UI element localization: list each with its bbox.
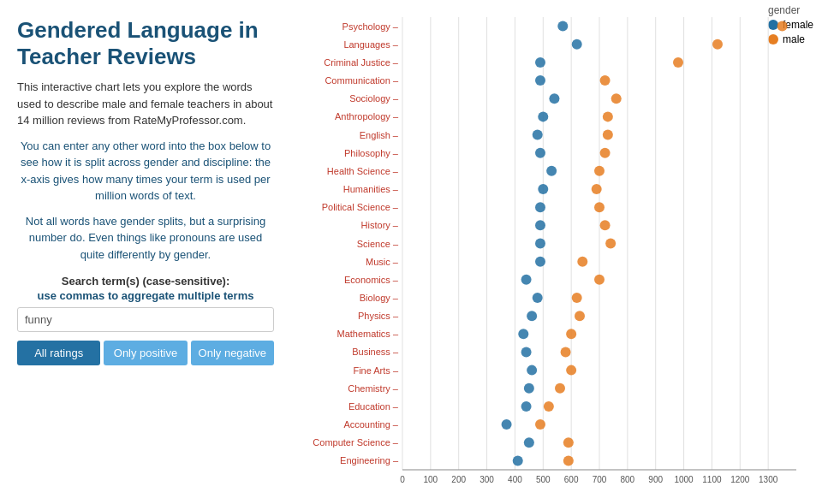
svg-text:Science –: Science – [357,239,399,249]
svg-point-74 [533,293,543,303]
svg-point-53 [546,166,557,176]
svg-point-68 [535,257,545,267]
svg-point-72 [594,275,605,285]
svg-text:Sociology –: Sociology – [349,93,399,104]
svg-point-98 [524,437,534,448]
svg-point-35 [535,57,545,68]
svg-point-102 [563,455,574,465]
svg-point-33 [712,39,723,50]
svg-text:900: 900 [648,475,663,484]
svg-text:800: 800 [621,475,635,484]
svg-text:1000: 1000 [674,475,694,484]
svg-text:Mathematics –: Mathematics – [337,329,398,339]
svg-point-86 [527,365,537,376]
search-sublabel: use commas to aggregate multiple terms [17,289,274,302]
svg-text:Music –: Music – [366,257,399,267]
svg-text:Humanities –: Humanities – [343,184,399,194]
svg-point-45 [603,111,613,122]
all-ratings-button[interactable]: All ratings [17,341,100,365]
svg-point-54 [594,166,605,176]
svg-text:Chemistry –: Chemistry – [348,383,399,394]
svg-text:Communication –: Communication – [325,75,398,86]
svg-point-78 [575,311,585,321]
svg-text:Accounting –: Accounting – [343,419,398,430]
svg-text:700: 700 [593,475,607,484]
svg-text:Physics –: Physics – [358,311,399,321]
svg-point-63 [600,220,611,230]
svg-text:Health Science –: Health Science – [327,166,399,176]
svg-text:300: 300 [480,475,494,484]
svg-point-71 [521,275,532,285]
svg-point-30 [777,21,788,32]
svg-text:1100: 1100 [702,475,722,484]
svg-point-59 [535,202,545,212]
svg-point-32 [572,39,582,50]
svg-point-69 [577,257,587,267]
svg-text:600: 600 [564,475,579,484]
svg-text:Philosophy –: Philosophy – [344,148,399,158]
left-panel: Gendered Language in Teacher Reviews Thi… [0,0,291,504]
svg-point-77 [527,311,537,321]
svg-text:Engineering –: Engineering – [340,455,399,465]
svg-text:Economics –: Economics – [344,275,399,285]
svg-point-66 [605,239,616,249]
svg-text:Fine Arts –: Fine Arts – [353,365,398,376]
svg-point-36 [673,57,683,68]
svg-text:English –: English – [360,130,399,140]
svg-point-51 [600,148,611,158]
svg-point-56 [538,184,548,194]
svg-text:1300: 1300 [759,475,778,484]
svg-point-44 [538,111,548,122]
svg-point-84 [561,347,571,357]
svg-text:Biology –: Biology – [360,293,399,303]
only-positive-button[interactable]: Only positive [104,341,187,365]
svg-point-39 [600,75,611,86]
svg-point-83 [521,347,532,357]
svg-point-62 [535,220,545,230]
svg-point-38 [535,75,545,86]
svg-text:History –: History – [361,220,399,230]
svg-text:Psychology –: Psychology – [342,21,399,32]
svg-point-92 [521,401,532,412]
svg-point-87 [566,365,576,376]
svg-text:500: 500 [536,475,551,484]
description-1: This interactive chart lets you explore … [17,79,274,129]
svg-point-93 [544,401,554,412]
svg-point-50 [535,148,545,158]
right-panel: gender female male 010020030040050060070… [291,0,822,504]
svg-point-75 [572,293,582,303]
svg-point-65 [535,239,545,249]
svg-point-48 [603,130,613,140]
svg-text:1200: 1200 [730,475,750,484]
filter-buttons: All ratings Only positive Only negative [17,341,274,365]
svg-text:Criminal Justice –: Criminal Justice – [324,57,399,68]
svg-point-29 [557,21,568,32]
svg-point-57 [592,184,602,194]
svg-text:Computer Science –: Computer Science – [313,437,399,448]
only-negative-button[interactable]: Only negative [191,341,274,365]
svg-text:0: 0 [400,475,405,484]
svg-point-89 [524,383,534,394]
description-2: You can enter any other word into the bo… [17,138,274,205]
search-input[interactable] [17,307,274,332]
svg-text:Anthropology –: Anthropology – [335,111,399,122]
chart-svg: 0100200300400500600700800900100011001200… [291,0,822,504]
svg-point-41 [549,93,559,104]
svg-point-42 [611,93,622,104]
svg-text:400: 400 [508,475,522,484]
svg-text:100: 100 [424,475,438,484]
svg-point-81 [566,329,576,339]
svg-point-80 [518,329,528,339]
description-3: Not all words have gender splits, but a … [17,213,274,264]
svg-point-47 [533,130,543,140]
svg-text:Languages –: Languages – [343,39,398,50]
svg-text:200: 200 [451,475,466,484]
svg-point-60 [594,202,605,212]
svg-text:Education –: Education – [348,401,399,412]
svg-point-101 [513,455,523,465]
search-label: Search term(s) (case-sensitive): [17,275,274,288]
svg-point-99 [563,437,574,448]
svg-text:Political Science –: Political Science – [322,202,399,212]
svg-text:Business –: Business – [352,347,399,357]
svg-point-95 [502,419,512,430]
